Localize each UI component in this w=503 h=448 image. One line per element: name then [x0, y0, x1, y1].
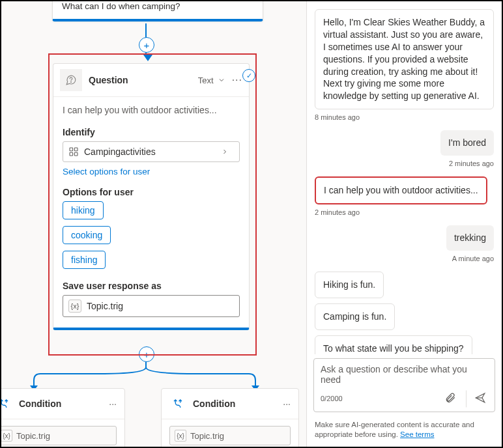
trigger-phrase: What can I do when camping?: [62, 1, 253, 11]
identify-value: Campingactivities: [84, 147, 221, 157]
more-menu-button[interactable]: ···: [232, 74, 242, 86]
svg-rect-2: [74, 148, 78, 151]
bot-message: Hiking is fun.: [315, 272, 384, 298]
svg-rect-4: [74, 152, 78, 156]
bot-message: To what state will you be shipping?: [315, 335, 472, 354]
chat-transcript[interactable]: Hello, I'm Clear Skies Weather Buddy, a …: [312, 1, 496, 354]
chevron-right-icon: [221, 148, 229, 156]
timestamp: 2 minutes ago: [449, 160, 494, 167]
test-chat-panel: Hello, I'm Clear Skies Weather Buddy, a …: [306, 1, 502, 447]
option-list: hiking cooking fishing: [63, 201, 240, 269]
trigger-node[interactable]: What activities can I do outdoors? What …: [52, 0, 263, 21]
question-icon: [60, 69, 82, 91]
options-label: Options for user: [63, 187, 240, 197]
branch-connector: [1, 359, 301, 392]
bot-message-highlighted: I can help you with outdoor activities..…: [315, 176, 487, 204]
node-body: I can help you with outdoor activities..…: [53, 97, 249, 328]
bot-message: Camping is fun.: [315, 303, 395, 330]
user-message: trekking: [446, 225, 494, 251]
svg-point-0: [71, 82, 72, 83]
svg-rect-3: [70, 152, 73, 156]
entity-icon: [68, 147, 79, 157]
node-header: Question Text ···: [53, 64, 249, 97]
question-node[interactable]: Question Text ··· I can help you with ou…: [53, 63, 250, 330]
option-chip[interactable]: hiking: [63, 201, 104, 219]
question-message[interactable]: I can help you with outdoor activities..…: [63, 105, 240, 115]
chat-input-placeholder: Ask a question or describe what you need: [321, 364, 488, 386]
condition-variable[interactable]: {x}Topic.trig: [0, 426, 117, 445]
option-chip[interactable]: fishing: [63, 251, 106, 269]
arrow-icon: [143, 55, 152, 61]
char-counter: 0/2000: [321, 395, 343, 402]
svg-rect-1: [70, 148, 73, 151]
user-message: I'm bored: [440, 130, 494, 156]
app-root: What activities can I do outdoors? What …: [0, 0, 503, 448]
option-chip[interactable]: cooking: [63, 226, 111, 244]
variable-picker[interactable]: {x} Topic.trig: [63, 295, 240, 317]
timestamp: 8 minutes ago: [315, 113, 360, 121]
branch-icon: [0, 395, 12, 412]
identify-label: Identify: [63, 127, 240, 137]
identify-picker[interactable]: Campingactivities: [63, 141, 240, 162]
response-type-label[interactable]: Text: [198, 76, 214, 85]
add-node-button[interactable]: +: [139, 37, 154, 53]
condition-node[interactable]: Condition ··· {x}Topic.trig: [0, 388, 125, 448]
condition-title: Condition: [19, 399, 109, 409]
attach-button[interactable]: [442, 390, 458, 408]
chevron-down-icon[interactable]: [218, 76, 225, 84]
validation-check-icon: ✓: [242, 69, 255, 82]
condition-node[interactable]: Condition ··· {x}Topic.trig: [161, 388, 299, 448]
branch-icon: [169, 395, 186, 412]
send-button[interactable]: [466, 390, 488, 408]
more-menu-button[interactable]: ···: [109, 399, 117, 409]
select-options-link[interactable]: Select options for user: [63, 167, 150, 176]
authoring-canvas[interactable]: What activities can I do outdoors? What …: [1, 1, 304, 447]
variable-name: Topic.trig: [87, 301, 123, 311]
more-menu-button[interactable]: ···: [283, 399, 291, 409]
condition-title: Condition: [193, 399, 283, 409]
bot-message: Hello, I'm Clear Skies Weather Buddy, a …: [315, 9, 494, 109]
ai-disclaimer: Make sure AI-generated content is accura…: [312, 416, 496, 447]
timestamp: A minute ago: [452, 255, 494, 262]
save-response-label: Save user response as: [63, 281, 240, 291]
chat-input[interactable]: Ask a question or describe what you need…: [313, 358, 495, 412]
timestamp: 2 minutes ago: [315, 208, 360, 216]
variable-icon: {x}: [68, 300, 81, 313]
node-title: Question: [89, 75, 198, 85]
see-terms-link[interactable]: See terms: [400, 430, 434, 438]
add-node-button[interactable]: +: [139, 346, 154, 362]
condition-variable[interactable]: {x}Topic.trig: [169, 426, 291, 445]
